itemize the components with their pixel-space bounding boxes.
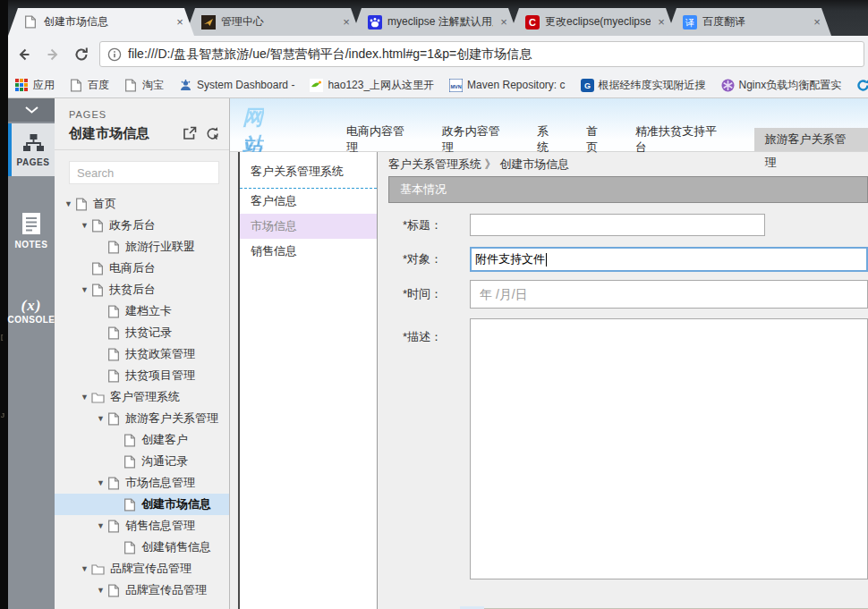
bookmark-item[interactable]: MVNMaven Repository: c	[449, 79, 565, 92]
tree-row-label: 销售信息管理	[125, 518, 195, 534]
tree-row[interactable]: ▼销售信息管理	[55, 515, 229, 537]
search-input[interactable]	[69, 161, 219, 184]
browser-tab[interactable]: 创建市场信息×	[8, 8, 194, 36]
tree-row[interactable]: ▼品牌宣传品管理	[55, 558, 229, 579]
nav-item[interactable]: 旅游客户关系管理	[754, 128, 868, 151]
tree-row[interactable]: 创建客户	[55, 429, 229, 451]
bookmark-label: 应用	[33, 78, 55, 93]
bookmark-item[interactable]: Nginx负载均衡配置实	[721, 78, 842, 93]
tab-close-icon[interactable]: ×	[173, 15, 187, 30]
nav-item[interactable]: 首页	[586, 123, 609, 156]
sidebar-item-pages[interactable]: PAGES	[8, 123, 55, 176]
tree-row-label: 市场信息管理	[125, 475, 195, 491]
tree-row[interactable]: 电商后台	[55, 258, 229, 279]
collapse-panel-button[interactable]	[8, 98, 55, 122]
reload-page-icon[interactable]	[206, 126, 220, 140]
date-input[interactable]	[470, 280, 868, 309]
nav-item[interactable]: 电商内容管理	[346, 123, 416, 156]
tree-row[interactable]: ▼扶贫后台	[55, 279, 229, 300]
tree-row-label: 创建市场信息	[141, 496, 211, 512]
time-label: *时间：	[403, 286, 470, 302]
tree-row-label: 扶贫项目管理	[125, 368, 195, 384]
tab-title: 更改eclipse(myeclipse)	[545, 14, 651, 30]
svg-text:C: C	[529, 17, 536, 28]
tree-expand-arrow-icon[interactable]: ▼	[78, 285, 91, 294]
title-input[interactable]	[470, 214, 765, 236]
submenu-item[interactable]: 销售信息	[240, 239, 377, 264]
chevron-down-icon	[25, 106, 38, 114]
description-textarea[interactable]	[470, 318, 868, 579]
tree-row[interactable]: ▼客户管理系统	[55, 386, 229, 408]
tab-close-icon[interactable]: ×	[339, 15, 353, 30]
tree-expand-arrow-icon[interactable]: ▼	[78, 393, 91, 402]
notes-icon	[21, 212, 41, 235]
tree-expand-arrow-icon[interactable]: ▼	[94, 414, 107, 423]
sidebar-item-console[interactable]: (x) CONSOLE	[8, 285, 55, 335]
folder-icon	[91, 392, 105, 403]
tree-expand-arrow-icon[interactable]: ▼	[94, 521, 107, 530]
bookmark-item[interactable]: 淘宝	[124, 78, 164, 93]
tree-expand-arrow-icon[interactable]: ▼	[78, 221, 91, 230]
tab-close-icon[interactable]: ×	[654, 15, 668, 30]
tree-row-label: 品牌宣传品管理	[125, 582, 207, 598]
tree-row[interactable]: 创建市场信息	[55, 494, 229, 515]
tree-row[interactable]: ▼首页	[55, 193, 229, 215]
page-icon	[123, 434, 136, 447]
baidu-paw-icon	[368, 15, 382, 30]
tree-row[interactable]: 旅游行业联盟	[55, 236, 229, 258]
tree-row[interactable]: 扶贫政策管理	[55, 343, 229, 365]
tab-title: myeclipse 注解默认用户	[387, 14, 493, 30]
tree-row-label: 电商后台	[109, 260, 156, 276]
nav-item[interactable]: 精准扶贫支持平台	[635, 123, 728, 156]
tree-row[interactable]: 创建销售信息	[55, 537, 229, 558]
page-info-icon[interactable]	[107, 47, 122, 62]
tree-row[interactable]: ▼政务后台	[55, 215, 229, 236]
bookmark-item[interactable]: hao123_上网从这里开	[310, 78, 434, 93]
tree-expand-arrow-icon[interactable]: ▼	[78, 564, 91, 573]
workspace: PAGES NOTES (x) CONSOLE PAGES 创建市场信息	[8, 98, 868, 609]
object-input[interactable]: 附件支持文件	[470, 247, 868, 272]
browser-tab[interactable]: 管理中心×	[185, 8, 361, 36]
refresh-icon[interactable]	[69, 42, 94, 67]
section-header: 基本情况	[388, 176, 868, 203]
tree-row[interactable]: ▼旅游客户关系管理	[55, 408, 229, 429]
bookmark-item[interactable]: 应用	[15, 78, 55, 93]
forward-icon[interactable]	[40, 42, 65, 67]
nav-item[interactable]: 系统	[537, 123, 560, 156]
submenu-item[interactable]: 客户信息	[240, 189, 377, 214]
tree-row[interactable]: 扶贫记录	[55, 322, 229, 343]
tree-row[interactable]: ▼品牌宣传品管理	[55, 579, 229, 601]
console-icon: (x)	[21, 297, 42, 315]
main-nav: 电商内容管理政务内容管理系统首页精准扶贫支持平台旅游客户关系管理	[230, 128, 868, 151]
tree-row[interactable]: 沟通记录	[55, 451, 229, 472]
tree-expand-arrow-icon[interactable]: ▼	[94, 478, 107, 487]
bookmark-misc-icon	[856, 79, 868, 92]
bookmark-item[interactable]: 最	[856, 78, 868, 93]
rail-label: NOTES	[15, 240, 48, 250]
tool-rail: PAGES NOTES (x) CONSOLE	[8, 98, 55, 609]
tree-row[interactable]: 建档立卡	[55, 300, 229, 322]
pages-panel: PAGES 创建市场信息 ▼首页▼政务后台旅游行业联盟电商后台▼扶贫后台建档立卡…	[55, 98, 230, 609]
address-bar[interactable]: file:///D:/盘县智慧旅游/ue/智慧营销平台/index.html#g…	[99, 41, 864, 67]
submenu-item[interactable]: 市场信息	[240, 214, 377, 239]
tree-row-label: 扶贫后台	[109, 282, 156, 298]
tab-close-icon[interactable]: ×	[810, 15, 824, 30]
back-icon[interactable]	[12, 42, 37, 67]
browser-tab[interactable]: myeclipse 注解默认用户×	[352, 8, 518, 36]
tree-row[interactable]: ▼市场信息管理	[55, 472, 229, 494]
bookmark-item[interactable]: System Dashboard -	[179, 79, 294, 92]
bookmark-item[interactable]: 百度	[70, 78, 109, 93]
tree-expand-arrow-icon[interactable]: ▼	[62, 199, 75, 208]
tree-expand-arrow-icon[interactable]: ▼	[94, 586, 107, 595]
nav-item[interactable]: 政务内容管理	[442, 123, 512, 156]
tree-row-label: 建档立卡	[125, 303, 172, 319]
sidebar-item-notes[interactable]: NOTES	[8, 205, 55, 257]
text-caret	[546, 253, 547, 266]
tab-close-icon[interactable]: ×	[497, 15, 511, 30]
browser-tab[interactable]: 译百度翻译×	[667, 8, 831, 36]
bookmark-item[interactable]: G根据经纬度实现附近搜	[581, 78, 706, 93]
svg-text:译: 译	[685, 18, 694, 28]
browser-tab[interactable]: C更改eclipse(myeclipse)×	[509, 8, 676, 36]
export-page-icon[interactable]	[183, 126, 197, 140]
tree-row[interactable]: 扶贫项目管理	[55, 365, 229, 386]
